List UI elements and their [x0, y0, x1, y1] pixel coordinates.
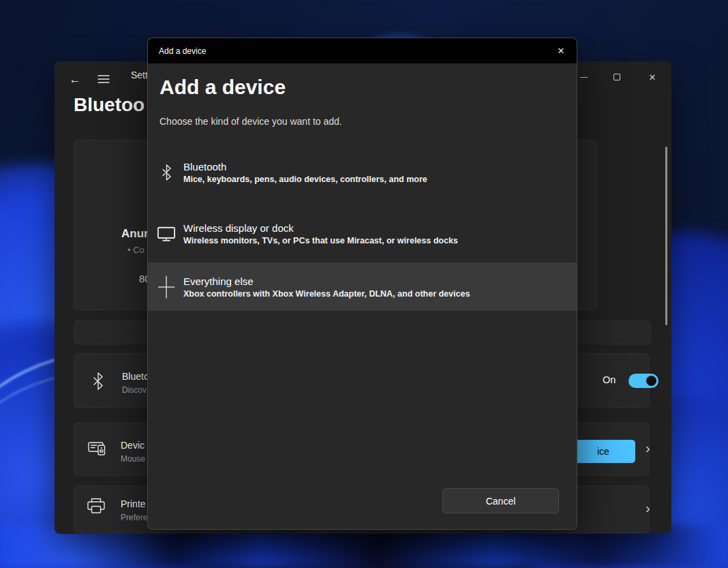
scrollbar[interactable] — [665, 147, 667, 325]
back-button[interactable]: ← — [67, 72, 83, 88]
toggle-state-label: On — [603, 374, 616, 385]
window-close-button[interactable]: ✕ — [637, 67, 667, 87]
option-description: Xbox controllers with Xbox Wireless Adap… — [183, 289, 470, 299]
maximize-button[interactable] — [602, 67, 632, 87]
bluetooth-icon — [93, 372, 104, 390]
add-device-dialog: Add a device ✕ Add a device Choose the k… — [147, 38, 577, 530]
add-device-button[interactable]: ice — [568, 440, 635, 463]
option-title: Everything else — [183, 275, 470, 287]
devices-row-subtitle: Mouse — [121, 454, 145, 464]
bluetooth-row-subtitle: Discov — [122, 385, 147, 395]
bluetooth-row-title: Blueto — [122, 371, 149, 382]
plus-icon — [157, 272, 175, 302]
back-arrow-icon: ← — [70, 73, 81, 87]
close-icon: ✕ — [558, 46, 565, 56]
app-title: Sett — [131, 70, 148, 80]
page-title: Bluetoo — [74, 94, 145, 116]
close-icon: ✕ — [649, 73, 656, 82]
printer-icon — [87, 497, 106, 515]
device-status: • Co — [127, 245, 145, 255]
minimize-icon — [580, 77, 588, 78]
printers-row-subtitle: Prefere — [121, 513, 147, 522]
devices-row-title: Devic — [121, 440, 145, 451]
option-everything-else[interactable]: Everything else Xbox controllers with Xb… — [148, 263, 577, 311]
hamburger-menu-button[interactable] — [97, 74, 110, 84]
toggle-knob — [646, 376, 656, 386]
chevron-right-icon: › — [646, 441, 650, 455]
dialog-subheading: Choose the kind of device you want to ad… — [160, 116, 342, 127]
option-bluetooth[interactable]: Bluetooth Mice, keyboards, pens, audio d… — [148, 147, 577, 198]
option-description: Wireless monitors, TVs, or PCs that use … — [183, 236, 458, 245]
option-description: Mice, keyboards, pens, audio devices, co… — [183, 175, 427, 184]
option-title: Bluetooth — [183, 161, 427, 173]
printers-row-title: Printe — [121, 498, 146, 509]
devices-icon — [88, 440, 107, 455]
status-dot-icon: • — [127, 245, 131, 255]
maximize-icon — [613, 74, 620, 80]
bluetooth-icon — [162, 164, 172, 181]
dialog-title: Add a device — [159, 46, 206, 56]
dialog-close-button[interactable]: ✕ — [545, 38, 577, 63]
desktop: ← Sett ✕ Bluetoo Anura • Co 80 — [0, 0, 728, 568]
chevron-right-icon: › — [646, 501, 650, 515]
option-wireless-display[interactable]: Wireless display or dock Wireless monito… — [148, 208, 577, 260]
bluetooth-toggle[interactable] — [628, 374, 658, 388]
hamburger-icon — [97, 74, 110, 84]
option-title: Wireless display or dock — [183, 222, 458, 234]
dialog-titlebar: Add a device — [148, 38, 577, 63]
cancel-button[interactable]: Cancel — [442, 488, 559, 513]
monitor-icon — [157, 226, 175, 242]
dialog-heading: Add a device — [160, 76, 286, 99]
